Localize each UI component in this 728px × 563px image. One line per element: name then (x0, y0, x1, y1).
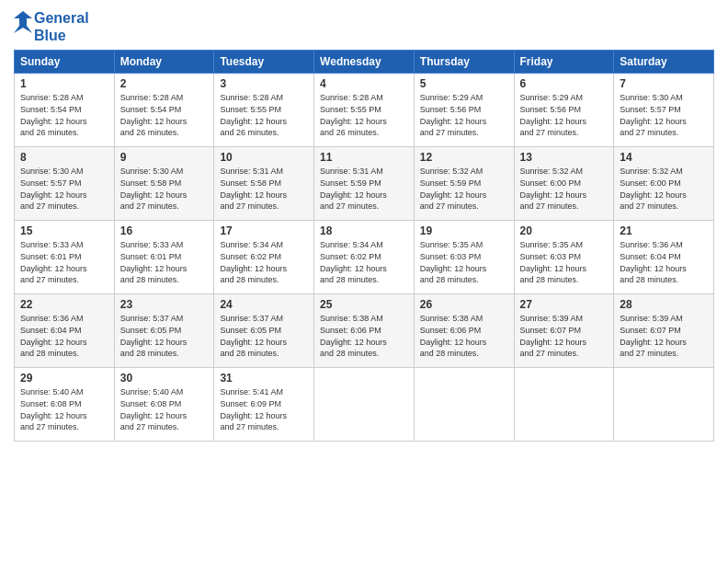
day-cell (514, 368, 614, 442)
day-cell: 28Sunrise: 5:39 AM Sunset: 6:07 PM Dayli… (614, 294, 714, 368)
day-info: Sunrise: 5:38 AM Sunset: 6:06 PM Dayligh… (320, 313, 408, 359)
day-cell: 15Sunrise: 5:33 AM Sunset: 6:01 PM Dayli… (15, 221, 115, 294)
day-number: 14 (620, 151, 708, 164)
day-cell: 21Sunrise: 5:36 AM Sunset: 6:04 PM Dayli… (614, 221, 714, 294)
day-number: 7 (620, 77, 708, 90)
day-number: 5 (420, 77, 508, 90)
day-info: Sunrise: 5:32 AM Sunset: 6:00 PM Dayligh… (620, 166, 708, 212)
day-cell: 19Sunrise: 5:35 AM Sunset: 6:03 PM Dayli… (414, 221, 514, 294)
day-cell: 8Sunrise: 5:30 AM Sunset: 5:57 PM Daylig… (15, 147, 115, 221)
day-cell: 3Sunrise: 5:28 AM Sunset: 5:55 PM Daylig… (214, 74, 314, 147)
day-cell: 30Sunrise: 5:40 AM Sunset: 6:08 PM Dayli… (114, 368, 214, 442)
day-number: 11 (320, 151, 408, 164)
day-cell: 25Sunrise: 5:38 AM Sunset: 6:06 PM Dayli… (314, 294, 415, 368)
day-number: 8 (20, 151, 108, 164)
week-row-2: 8Sunrise: 5:30 AM Sunset: 5:57 PM Daylig… (15, 147, 714, 221)
day-cell: 7Sunrise: 5:30 AM Sunset: 5:57 PM Daylig… (614, 74, 714, 147)
day-number: 24 (220, 298, 308, 311)
day-info: Sunrise: 5:39 AM Sunset: 6:07 PM Dayligh… (620, 313, 708, 359)
day-info: Sunrise: 5:28 AM Sunset: 5:54 PM Dayligh… (20, 92, 108, 138)
day-number: 17 (220, 224, 308, 237)
day-info: Sunrise: 5:40 AM Sunset: 6:08 PM Dayligh… (120, 386, 209, 432)
day-info: Sunrise: 5:39 AM Sunset: 6:07 PM Dayligh… (520, 313, 609, 359)
day-info: Sunrise: 5:30 AM Sunset: 5:57 PM Dayligh… (20, 166, 108, 212)
day-cell: 6Sunrise: 5:29 AM Sunset: 5:56 PM Daylig… (514, 74, 614, 147)
day-cell: 16Sunrise: 5:33 AM Sunset: 6:01 PM Dayli… (114, 221, 214, 294)
day-cell: 31Sunrise: 5:41 AM Sunset: 6:09 PM Dayli… (214, 368, 314, 442)
calendar-table: SundayMondayTuesdayWednesdayThursdayFrid… (14, 50, 714, 442)
day-info: Sunrise: 5:33 AM Sunset: 6:01 PM Dayligh… (20, 239, 108, 285)
day-cell: 10Sunrise: 5:31 AM Sunset: 5:58 PM Dayli… (214, 147, 314, 221)
day-cell: 11Sunrise: 5:31 AM Sunset: 5:59 PM Dayli… (314, 147, 415, 221)
day-cell: 23Sunrise: 5:37 AM Sunset: 6:05 PM Dayli… (114, 294, 214, 368)
day-cell: 14Sunrise: 5:32 AM Sunset: 6:00 PM Dayli… (614, 147, 714, 221)
day-cell (614, 368, 714, 442)
weekday-header-tuesday: Tuesday (214, 51, 314, 74)
logo-bird-icon (14, 9, 32, 42)
day-number: 2 (120, 77, 209, 90)
week-row-4: 22Sunrise: 5:36 AM Sunset: 6:04 PM Dayli… (15, 294, 714, 368)
day-number: 29 (20, 372, 108, 385)
day-number: 15 (20, 224, 108, 237)
weekday-header-saturday: Saturday (614, 51, 714, 74)
weekday-header-friday: Friday (514, 51, 614, 74)
day-number: 12 (420, 151, 508, 164)
day-info: Sunrise: 5:35 AM Sunset: 6:03 PM Dayligh… (520, 239, 609, 285)
weekday-header-sunday: Sunday (15, 51, 115, 74)
day-info: Sunrise: 5:28 AM Sunset: 5:55 PM Dayligh… (220, 92, 308, 138)
header: General Blue (14, 9, 714, 44)
day-number: 28 (620, 298, 708, 311)
day-info: Sunrise: 5:36 AM Sunset: 6:04 PM Dayligh… (620, 239, 708, 285)
logo-general: General (34, 9, 89, 27)
page-container: General Blue SundayMondayTuesdayWednesda… (0, 0, 728, 451)
day-cell (414, 368, 514, 442)
day-number: 10 (220, 151, 308, 164)
weekday-header-wednesday: Wednesday (314, 51, 415, 74)
day-number: 21 (620, 224, 708, 237)
day-cell: 26Sunrise: 5:38 AM Sunset: 6:06 PM Dayli… (414, 294, 514, 368)
day-number: 4 (320, 77, 408, 90)
day-info: Sunrise: 5:41 AM Sunset: 6:09 PM Dayligh… (220, 386, 308, 432)
day-number: 22 (20, 298, 108, 311)
day-info: Sunrise: 5:40 AM Sunset: 6:08 PM Dayligh… (20, 386, 108, 432)
day-info: Sunrise: 5:38 AM Sunset: 6:06 PM Dayligh… (420, 313, 508, 359)
day-info: Sunrise: 5:28 AM Sunset: 5:54 PM Dayligh… (120, 92, 209, 138)
day-cell (314, 368, 415, 442)
day-info: Sunrise: 5:33 AM Sunset: 6:01 PM Dayligh… (120, 239, 209, 285)
week-row-3: 15Sunrise: 5:33 AM Sunset: 6:01 PM Dayli… (15, 221, 714, 294)
day-number: 9 (120, 151, 209, 164)
day-info: Sunrise: 5:29 AM Sunset: 5:56 PM Dayligh… (520, 92, 609, 138)
day-cell: 12Sunrise: 5:32 AM Sunset: 5:59 PM Dayli… (414, 147, 514, 221)
day-number: 16 (120, 224, 209, 237)
week-row-5: 29Sunrise: 5:40 AM Sunset: 6:08 PM Dayli… (15, 368, 714, 442)
day-info: Sunrise: 5:31 AM Sunset: 5:59 PM Dayligh… (320, 166, 408, 212)
day-number: 3 (220, 77, 308, 90)
day-number: 30 (120, 372, 209, 385)
day-info: Sunrise: 5:29 AM Sunset: 5:56 PM Dayligh… (420, 92, 508, 138)
logo-blue: Blue (34, 27, 89, 44)
day-info: Sunrise: 5:30 AM Sunset: 5:57 PM Dayligh… (620, 92, 708, 138)
day-cell: 20Sunrise: 5:35 AM Sunset: 6:03 PM Dayli… (514, 221, 614, 294)
weekday-header-thursday: Thursday (414, 51, 514, 74)
day-number: 18 (320, 224, 408, 237)
day-cell: 17Sunrise: 5:34 AM Sunset: 6:02 PM Dayli… (214, 221, 314, 294)
day-info: Sunrise: 5:36 AM Sunset: 6:04 PM Dayligh… (20, 313, 108, 359)
day-number: 26 (420, 298, 508, 311)
day-number: 20 (520, 224, 609, 237)
weekday-header-row: SundayMondayTuesdayWednesdayThursdayFrid… (15, 51, 714, 74)
day-info: Sunrise: 5:35 AM Sunset: 6:03 PM Dayligh… (420, 239, 508, 285)
day-cell: 24Sunrise: 5:37 AM Sunset: 6:05 PM Dayli… (214, 294, 314, 368)
day-number: 19 (420, 224, 508, 237)
day-cell: 1Sunrise: 5:28 AM Sunset: 5:54 PM Daylig… (15, 74, 115, 147)
day-info: Sunrise: 5:30 AM Sunset: 5:58 PM Dayligh… (120, 166, 209, 212)
day-info: Sunrise: 5:32 AM Sunset: 5:59 PM Dayligh… (420, 166, 508, 212)
day-cell: 5Sunrise: 5:29 AM Sunset: 5:56 PM Daylig… (414, 74, 514, 147)
day-cell: 29Sunrise: 5:40 AM Sunset: 6:08 PM Dayli… (15, 368, 115, 442)
day-cell: 2Sunrise: 5:28 AM Sunset: 5:54 PM Daylig… (114, 74, 214, 147)
logo: General Blue (14, 9, 89, 44)
day-cell: 9Sunrise: 5:30 AM Sunset: 5:58 PM Daylig… (114, 147, 214, 221)
day-cell: 27Sunrise: 5:39 AM Sunset: 6:07 PM Dayli… (514, 294, 614, 368)
day-cell: 18Sunrise: 5:34 AM Sunset: 6:02 PM Dayli… (314, 221, 415, 294)
day-info: Sunrise: 5:37 AM Sunset: 6:05 PM Dayligh… (220, 313, 308, 359)
day-info: Sunrise: 5:31 AM Sunset: 5:58 PM Dayligh… (220, 166, 308, 212)
